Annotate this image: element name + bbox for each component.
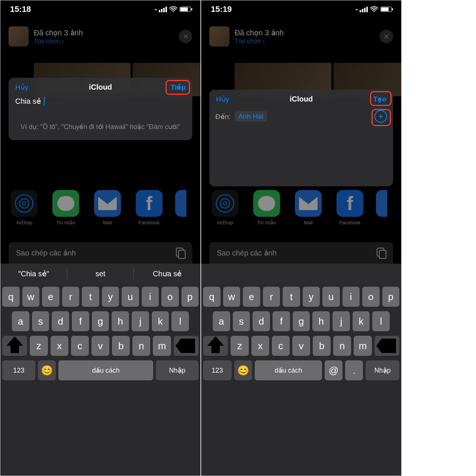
app-airdrop[interactable]: AirDrop [209, 190, 241, 225]
key-x[interactable]: x [251, 336, 269, 356]
create-button[interactable]: Tạo [373, 95, 386, 103]
dot-key[interactable]: . [345, 360, 363, 380]
key-m[interactable]: m [153, 336, 171, 356]
add-recipient-button[interactable]: + [374, 110, 387, 123]
key-o[interactable]: o [161, 287, 179, 307]
delete-key[interactable] [374, 336, 399, 356]
key-r[interactable]: r [62, 287, 80, 307]
share-apps: AirDrop Tin nhắn Mail fFacebook [9, 190, 200, 225]
key-c[interactable]: c [71, 336, 89, 356]
return-key[interactable]: Nhập [156, 360, 199, 380]
key-q[interactable]: q [203, 287, 221, 307]
key-a[interactable]: a [213, 311, 230, 331]
key-l[interactable]: l [171, 311, 189, 331]
key-n[interactable]: n [333, 336, 351, 356]
key-r[interactable]: r [263, 287, 280, 307]
key-h[interactable]: h [312, 311, 330, 331]
app-mail[interactable]: Mail [92, 190, 123, 225]
app-more[interactable] [175, 190, 186, 217]
key-w[interactable]: w [223, 287, 241, 307]
key-e[interactable]: e [243, 287, 260, 307]
key-e[interactable]: e [42, 287, 60, 307]
key-t[interactable]: t [82, 287, 99, 307]
suggestion-2[interactable]: set [67, 270, 134, 278]
airdrop-icon [212, 190, 238, 217]
emoji-key[interactable]: 😊 [234, 360, 252, 380]
app-messages[interactable]: Tin nhắn [251, 190, 282, 225]
key-b[interactable]: b [112, 336, 130, 356]
recipient-chip[interactable]: Anh Hai [235, 111, 267, 122]
space-key[interactable]: dấu cách [255, 360, 322, 380]
close-button[interactable]: ✕ [380, 30, 393, 43]
to-field[interactable]: Đến: Anh Hai + [209, 107, 393, 126]
shift-key[interactable] [2, 336, 27, 356]
left-screen: 15:18 ▪▪ Đã chọn 3 ảnh Tùy chọn › ✕ Hủy … [0, 0, 201, 476]
key-g[interactable]: g [92, 311, 109, 331]
key-a[interactable]: a [12, 311, 29, 331]
delete-key[interactable] [174, 336, 199, 356]
key-row-1: q w e r t y u i o p [2, 287, 199, 307]
copy-action[interactable]: Sao chép các ảnh [9, 242, 192, 264]
key-d[interactable]: d [52, 311, 69, 331]
numbers-key[interactable]: 123 [203, 360, 232, 380]
key-s[interactable]: s [233, 311, 250, 331]
key-h[interactable]: h [112, 311, 129, 331]
suggestion-3[interactable]: Chưa sẻ [134, 269, 200, 278]
share-options-link[interactable]: Tùy chọn › [235, 37, 374, 45]
suggestion-1[interactable]: "Chia sẻ" [0, 269, 67, 278]
key-k[interactable]: k [152, 311, 169, 331]
key-z[interactable]: z [30, 336, 48, 356]
key-v[interactable]: v [91, 336, 109, 356]
name-input[interactable]: Chia sẻ [9, 95, 192, 109]
numbers-key[interactable]: 123 [2, 360, 35, 380]
at-key[interactable]: @ [325, 360, 342, 380]
emoji-key[interactable]: 😊 [38, 360, 56, 380]
key-w[interactable]: w [22, 287, 40, 307]
text-cursor [44, 97, 45, 106]
key-d[interactable]: d [253, 311, 270, 331]
app-more[interactable] [376, 190, 387, 217]
key-c[interactable]: c [272, 336, 290, 356]
key-y[interactable]: y [102, 287, 119, 307]
key-q[interactable]: q [2, 287, 20, 307]
key-u[interactable]: u [322, 287, 340, 307]
share-header: Đã chọn 3 ảnh Tùy chọn › ✕ [9, 26, 192, 46]
key-f[interactable]: f [72, 311, 89, 331]
key-i[interactable]: i [342, 287, 360, 307]
app-airdrop[interactable]: AirDrop [9, 190, 40, 225]
key-m[interactable]: m [354, 336, 372, 356]
card-title: iCloud [89, 83, 112, 91]
app-facebook[interactable]: fFacebook [334, 190, 366, 225]
key-j[interactable]: j [332, 311, 350, 331]
app-mail[interactable]: Mail [293, 190, 324, 225]
cancel-button[interactable]: Hủy [216, 95, 229, 103]
key-j[interactable]: j [132, 311, 149, 331]
key-z[interactable]: z [231, 336, 248, 356]
app-messages[interactable]: Tin nhắn [50, 190, 81, 225]
space-key[interactable]: dấu cách [58, 360, 153, 380]
key-g[interactable]: g [293, 311, 310, 331]
key-p[interactable]: p [181, 287, 199, 307]
key-x[interactable]: x [51, 336, 68, 356]
key-i[interactable]: i [142, 287, 159, 307]
cancel-button[interactable]: Hủy [15, 83, 28, 91]
shift-key[interactable] [203, 336, 228, 356]
key-p[interactable]: p [382, 287, 400, 307]
share-options-link[interactable]: Tùy chọn › [34, 37, 174, 45]
app-facebook[interactable]: fFacebook [134, 190, 165, 225]
key-v[interactable]: v [292, 336, 310, 356]
close-button[interactable]: ✕ [179, 30, 192, 43]
key-y[interactable]: y [303, 287, 320, 307]
key-o[interactable]: o [362, 287, 380, 307]
key-t[interactable]: t [283, 287, 300, 307]
copy-action[interactable]: Sao chép các ảnh [209, 242, 393, 264]
key-b[interactable]: b [313, 336, 331, 356]
key-u[interactable]: u [122, 287, 139, 307]
key-s[interactable]: s [32, 311, 49, 331]
key-l[interactable]: l [372, 311, 390, 331]
key-f[interactable]: f [273, 311, 290, 331]
key-n[interactable]: n [132, 336, 150, 356]
key-k[interactable]: k [353, 311, 370, 331]
next-button[interactable]: Tiếp [171, 83, 186, 91]
return-key[interactable]: Nhập [366, 360, 399, 380]
